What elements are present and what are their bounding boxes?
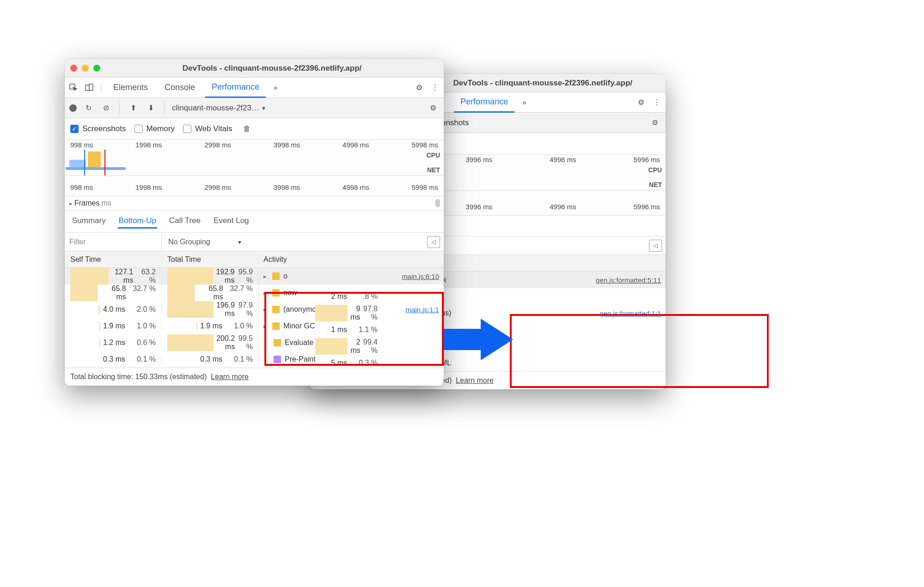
reload-icon[interactable]: ↻ <box>82 102 94 114</box>
webvitals-checkbox[interactable] <box>183 125 191 133</box>
scroll-thumb[interactable] <box>435 199 440 207</box>
target-dropdown[interactable]: clinquant-mousse-2f23… <box>172 103 265 113</box>
panel-tabs: Elements Console Performance » ⚙ ⋮ <box>65 78 444 98</box>
table-row[interactable]: 65.8 ms32.7 %65.8 ms32.7 %now <box>65 284 444 301</box>
table-row[interactable]: 1.2 ms0.6 %200.2 ms99.5 %Evaluate Script <box>65 334 444 351</box>
save-icon[interactable]: ⬇ <box>145 102 157 114</box>
performance-toolbar: ↻ ⊘ ⬆ ⬇ clinquant-mousse-2f23… ⚙ <box>65 98 444 118</box>
gear-icon[interactable]: ⚙ <box>413 82 425 94</box>
expand-icon[interactable] <box>263 322 269 330</box>
close-icon[interactable] <box>70 65 77 72</box>
gear-icon[interactable]: ⚙ <box>649 117 661 129</box>
table-row[interactable]: 0.3 ms0.1 %0.3 ms0.1 %Pre-Paint <box>65 351 444 368</box>
filter-input[interactable]: Filter <box>65 233 162 251</box>
inspect-icon[interactable] <box>67 82 80 94</box>
category-swatch-icon <box>272 272 280 280</box>
window-title: DevTools - clinquant-mousse-2f2396.netli… <box>106 64 438 73</box>
gear-icon[interactable]: ⚙ <box>635 97 647 109</box>
screenshots-checkbox[interactable]: ✓ <box>70 125 79 133</box>
bottom-up-grid: 127.1 ms63.2 %192.9 ms95.9 %omain.js:6:1… <box>65 268 444 368</box>
clear-icon[interactable]: ⊘ <box>100 102 112 114</box>
subtab-calltree[interactable]: Call Tree <box>168 214 202 229</box>
subtab-eventlog[interactable]: Event Log <box>213 214 250 229</box>
tab-console[interactable]: Console <box>158 78 202 97</box>
category-swatch-icon <box>274 356 281 363</box>
zoom-icon[interactable] <box>93 65 100 72</box>
grid-header: Self Time Total Time Activity <box>65 251 444 268</box>
learn-more-link[interactable]: Learn more <box>211 373 249 381</box>
capture-options: ✓Screenshots Memory Web Vitals 🗑 <box>65 118 444 140</box>
more-tabs-icon[interactable]: » <box>518 97 530 109</box>
trash-icon[interactable]: 🗑 <box>241 123 253 135</box>
subtab-summary[interactable]: Summary <box>71 214 107 229</box>
activity-name: o <box>283 272 288 280</box>
activity-name: now <box>283 289 297 297</box>
expand-icon[interactable] <box>263 305 269 314</box>
table-row[interactable]: 127.1 ms63.2 %192.9 ms95.9 %omain.js:6:1… <box>65 268 444 284</box>
svg-marker-3 <box>444 319 513 360</box>
table-row[interactable]: 1.9 ms1.0 %1.9 ms1.0 %Minor GC <box>65 318 444 334</box>
kebab-icon[interactable]: ⋮ <box>429 82 441 94</box>
source-link[interactable]: main.js:1:1 <box>405 306 439 314</box>
filter-row: Filter No Grouping ◁ <box>65 233 444 251</box>
titlebar: DevTools - clinquant-mousse-2f2396.netli… <box>65 59 444 78</box>
minimize-icon[interactable] <box>82 65 89 72</box>
source-link[interactable]: main.js:6:10 <box>402 272 439 280</box>
memory-checkbox[interactable] <box>135 125 143 133</box>
activity-name: Minor GC <box>283 322 315 330</box>
tab-performance[interactable]: Performance <box>454 92 514 113</box>
expand-icon[interactable] <box>263 272 269 280</box>
gear-icon[interactable]: ⚙ <box>427 102 439 114</box>
record-button[interactable] <box>69 104 77 112</box>
overview-timeline[interactable]: 998 ms 1998 ms 2998 ms 3998 ms 4998 ms 5… <box>65 140 444 176</box>
more-tabs-icon[interactable]: » <box>269 82 281 94</box>
load-icon[interactable]: ⬆ <box>127 102 139 114</box>
tab-performance[interactable]: Performance <box>205 78 266 98</box>
learn-more-link[interactable]: Learn more <box>456 376 494 384</box>
heaviest-stack-toggle-icon[interactable]: ◁ <box>427 236 440 248</box>
kebab-icon[interactable]: ⋮ <box>651 97 663 109</box>
grouping-dropdown[interactable] <box>238 238 241 246</box>
subtab-bottomup[interactable]: Bottom-Up <box>118 214 157 229</box>
expand-icon[interactable] <box>263 289 269 297</box>
category-swatch-icon <box>272 322 280 330</box>
annotation-arrow-icon <box>444 319 513 360</box>
svg-rect-2 <box>89 84 93 91</box>
devtools-window-before: DevTools - clinquant-mousse-2f2396.netli… <box>65 59 444 386</box>
activity-name: Pre-Paint <box>285 355 316 363</box>
flamechart-ruler[interactable]: 998 ms 1998 ms 2998 ms 3998 ms 4998 ms 5… <box>65 176 444 196</box>
category-swatch-icon <box>272 306 280 313</box>
heaviest-stack-toggle-icon[interactable]: ◁ <box>649 240 662 252</box>
tab-elements[interactable]: Elements <box>107 78 154 97</box>
device-toggle-icon[interactable] <box>83 82 95 94</box>
details-tabs: Summary Bottom-Up Call Tree Event Log <box>65 211 444 233</box>
category-swatch-icon <box>272 289 280 297</box>
table-row[interactable]: 4.0 ms2.0 %196.9 ms97.9 %(anonymous)main… <box>65 301 444 318</box>
source-link[interactable]: gen.js:formatted:1:1 <box>600 309 661 317</box>
source-link[interactable]: gen.js:formatted:5:11 <box>596 276 661 284</box>
traffic-lights[interactable] <box>70 65 100 72</box>
footer: Total blocking time: 150.33ms (estimated… <box>65 368 444 386</box>
category-swatch-icon <box>274 339 281 346</box>
frames-track[interactable]: Frames ms <box>65 196 444 211</box>
